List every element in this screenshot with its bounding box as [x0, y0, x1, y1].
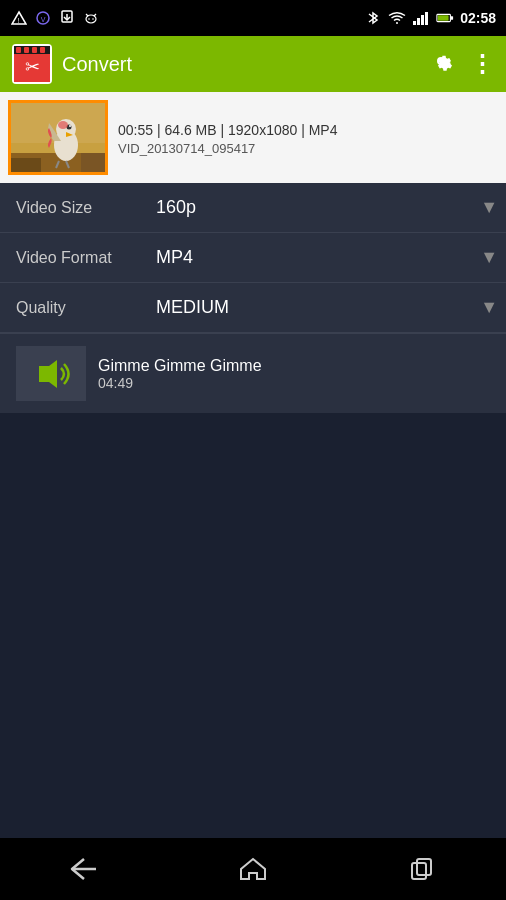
svg-rect-12 [417, 18, 420, 25]
svg-marker-38 [39, 360, 57, 388]
svg-text:✂: ✂ [25, 57, 40, 77]
svg-line-7 [86, 14, 88, 16]
audio-info: Gimme Gimme Gimme 04:49 [98, 357, 262, 391]
svg-rect-20 [16, 47, 21, 53]
status-time: 02:58 [460, 10, 496, 26]
audio-duration: 04:49 [98, 375, 262, 391]
svg-text:V: V [41, 16, 46, 23]
video-filename: VID_20130714_095417 [118, 141, 498, 156]
recent-apps-button[interactable] [397, 849, 447, 889]
bottom-nav [0, 838, 506, 900]
wifi-icon [388, 9, 406, 27]
svg-rect-21 [24, 47, 29, 53]
svg-rect-23 [40, 47, 45, 53]
app-bar: ✂ Convert ⋮ [0, 36, 506, 92]
battery-icon [436, 9, 454, 27]
settings-icon[interactable] [428, 48, 454, 80]
svg-marker-40 [241, 859, 265, 879]
home-button[interactable] [228, 849, 278, 889]
video-format-row[interactable]: Video Format MP4 ▼ [0, 233, 506, 283]
signal-icon [412, 9, 430, 27]
svg-point-32 [69, 125, 71, 127]
app-bar-actions: ⋮ [428, 48, 494, 80]
quality-row[interactable]: Quality MEDIUM ▼ [0, 283, 506, 333]
app-icon: ✂ [12, 44, 52, 84]
more-options-icon[interactable]: ⋮ [470, 50, 494, 78]
warning-icon: ! [10, 9, 28, 27]
video-format-label: Video Format [16, 249, 156, 267]
video-meta: 00:55 | 64.6 MB | 1920x1080 | MP4 [118, 120, 498, 141]
quality-label: Quality [16, 299, 156, 317]
viber-icon: V [34, 9, 52, 27]
svg-rect-41 [412, 863, 426, 879]
svg-rect-22 [32, 47, 37, 53]
quality-dropdown-arrow: ▼ [480, 297, 498, 318]
svg-rect-14 [425, 12, 428, 25]
app-title: Convert [62, 53, 418, 76]
video-format-dropdown-arrow: ▼ [480, 247, 498, 268]
svg-rect-16 [451, 16, 454, 20]
svg-rect-11 [413, 21, 416, 25]
settings-section: Video Size 160p ▼ Video Format MP4 ▼ Qua… [0, 183, 506, 334]
video-item: 00:55 | 64.6 MB | 1920x1080 | MP4 VID_20… [0, 92, 506, 183]
video-size-row[interactable]: Video Size 160p ▼ [0, 183, 506, 233]
status-bar: ! V 02:58 [0, 0, 506, 36]
back-button[interactable] [59, 849, 109, 889]
svg-point-33 [58, 121, 68, 129]
audio-title: Gimme Gimme Gimme [98, 357, 262, 375]
video-format-value: MP4 [156, 247, 490, 268]
video-thumbnail [8, 100, 108, 175]
main-content [0, 413, 506, 819]
audio-icon [31, 356, 71, 392]
svg-line-8 [94, 14, 96, 16]
video-size-label: Video Size [16, 199, 156, 217]
svg-point-10 [92, 18, 94, 20]
svg-text:!: ! [18, 17, 20, 24]
svg-rect-17 [438, 15, 449, 20]
svg-rect-42 [417, 859, 431, 875]
quality-value: MEDIUM [156, 297, 490, 318]
bluetooth-icon [364, 9, 382, 27]
audio-icon-box [16, 346, 86, 401]
download-icon [58, 9, 76, 27]
status-icons-right: 02:58 [364, 9, 496, 27]
svg-rect-13 [421, 15, 424, 25]
audio-item[interactable]: Gimme Gimme Gimme 04:49 [0, 334, 506, 413]
svg-rect-37 [81, 153, 108, 175]
video-size-dropdown-arrow: ▼ [480, 197, 498, 218]
video-info: 00:55 | 64.6 MB | 1920x1080 | MP4 VID_20… [118, 120, 498, 156]
video-size-value: 160p [156, 197, 490, 218]
svg-rect-36 [11, 158, 41, 175]
android-icon [82, 9, 100, 27]
status-icons-left: ! V [10, 9, 100, 27]
svg-point-9 [88, 18, 90, 20]
